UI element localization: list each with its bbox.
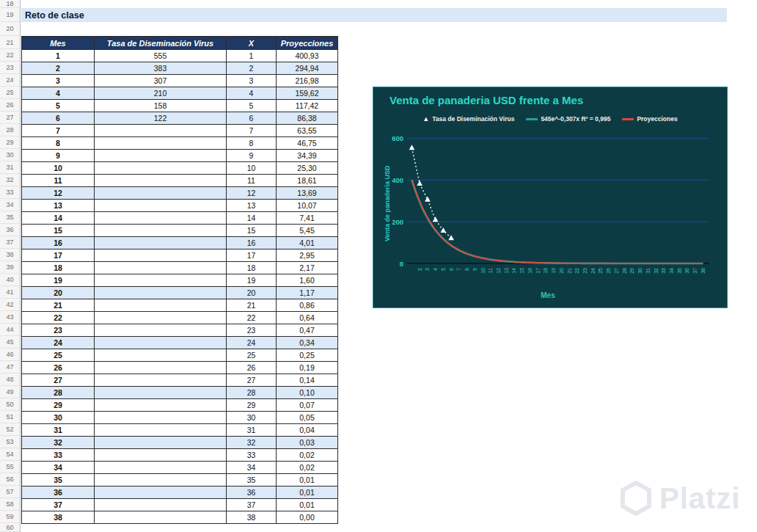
cell-proy[interactable]: 0,25 bbox=[277, 349, 338, 362]
cell-tasa[interactable] bbox=[95, 137, 227, 150]
cell-mes[interactable]: 15 bbox=[22, 225, 95, 237]
cell-x[interactable]: 5 bbox=[227, 100, 277, 112]
cell-mes[interactable]: 33 bbox=[22, 449, 95, 462]
cell-tasa[interactable] bbox=[95, 424, 227, 437]
chart-panel[interactable]: Venta de panaderia USD frente a Mes ▲ Ta… bbox=[373, 87, 728, 308]
cell-mes[interactable]: 11 bbox=[22, 175, 95, 187]
cell-proy[interactable]: 4,01 bbox=[277, 237, 338, 249]
cell-proy[interactable]: 0,04 bbox=[277, 424, 338, 437]
cell-mes[interactable]: 7 bbox=[22, 125, 95, 137]
cell-tasa[interactable] bbox=[95, 249, 227, 262]
cell-proy[interactable]: 159,62 bbox=[277, 87, 338, 100]
cell-x[interactable]: 14 bbox=[227, 212, 277, 225]
cell-tasa[interactable]: 122 bbox=[95, 112, 227, 125]
cell-proy[interactable]: 86,38 bbox=[277, 112, 338, 125]
row-number[interactable]: 30 bbox=[0, 149, 20, 161]
cell-proy[interactable]: 0,07 bbox=[277, 399, 338, 412]
cell-tasa[interactable] bbox=[95, 399, 227, 412]
cell-tasa[interactable]: 158 bbox=[95, 100, 227, 112]
row-number[interactable]: 58 bbox=[0, 498, 20, 511]
cell-mes[interactable]: 9 bbox=[22, 150, 95, 162]
row-number[interactable]: 48 bbox=[0, 374, 20, 386]
cell-tasa[interactable]: 555 bbox=[95, 50, 227, 62]
cell-mes[interactable]: 5 bbox=[22, 100, 95, 112]
cell-proy[interactable]: 0,01 bbox=[277, 499, 338, 511]
cell-x[interactable]: 38 bbox=[227, 511, 277, 524]
cell-mes[interactable]: 28 bbox=[22, 387, 95, 399]
cell-tasa[interactable] bbox=[95, 349, 227, 362]
cell-x[interactable]: 37 bbox=[227, 499, 277, 511]
cell-x[interactable]: 29 bbox=[227, 399, 277, 412]
cell-tasa[interactable] bbox=[95, 150, 227, 162]
cell-x[interactable]: 13 bbox=[227, 200, 277, 212]
cell-tasa[interactable]: 307 bbox=[95, 75, 227, 87]
cell-mes[interactable]: 10 bbox=[22, 162, 95, 175]
cell-mes[interactable]: 38 bbox=[22, 511, 95, 524]
cell-mes[interactable]: 1 bbox=[22, 50, 95, 62]
cell-proy[interactable]: 0,05 bbox=[277, 412, 338, 424]
cell-proy[interactable]: 7,41 bbox=[277, 212, 338, 225]
cell-tasa[interactable] bbox=[95, 437, 227, 449]
cell-proy[interactable]: 0,10 bbox=[277, 387, 338, 399]
cell-x[interactable]: 36 bbox=[227, 487, 277, 499]
cell-x[interactable]: 2 bbox=[227, 62, 277, 75]
cell-proy[interactable]: 0,01 bbox=[277, 487, 338, 499]
row-number[interactable]: 46 bbox=[0, 349, 20, 361]
cell-proy[interactable]: 0,02 bbox=[277, 462, 338, 474]
row-number[interactable]: 55 bbox=[0, 461, 20, 473]
cell-x[interactable]: 12 bbox=[227, 187, 277, 200]
cell-tasa[interactable] bbox=[95, 449, 227, 462]
cell-x[interactable]: 7 bbox=[227, 125, 277, 137]
cell-tasa[interactable] bbox=[95, 225, 227, 237]
cell-mes[interactable]: 18 bbox=[22, 262, 95, 274]
row-number[interactable]: 44 bbox=[0, 324, 20, 336]
cell-x[interactable]: 35 bbox=[227, 474, 277, 487]
cell-tasa[interactable] bbox=[95, 237, 227, 249]
cell-proy[interactable]: 0,03 bbox=[277, 437, 338, 449]
cell-tasa[interactable] bbox=[95, 212, 227, 225]
cell-proy[interactable]: 10,07 bbox=[277, 200, 338, 212]
cell-tasa[interactable] bbox=[95, 200, 227, 212]
row-number[interactable]: 22 bbox=[0, 49, 20, 62]
cell-x[interactable]: 33 bbox=[227, 449, 277, 462]
cell-x[interactable]: 34 bbox=[227, 462, 277, 474]
cell-proy[interactable]: 0,19 bbox=[277, 362, 338, 374]
cell-tasa[interactable] bbox=[95, 274, 227, 287]
cell-mes[interactable]: 16 bbox=[22, 237, 95, 249]
row-number[interactable]: 47 bbox=[0, 361, 20, 374]
cell-x[interactable]: 16 bbox=[227, 237, 277, 249]
cell-proy[interactable]: 0,86 bbox=[277, 299, 338, 312]
row-number[interactable]: 29 bbox=[0, 136, 20, 149]
cell-x[interactable]: 30 bbox=[227, 412, 277, 424]
cell-proy[interactable]: 13,69 bbox=[277, 187, 338, 200]
cell-x[interactable]: 9 bbox=[227, 150, 277, 162]
cell-tasa[interactable] bbox=[95, 511, 227, 524]
cell-mes[interactable]: 8 bbox=[22, 137, 95, 150]
row-number[interactable]: 57 bbox=[0, 486, 20, 498]
cell-mes[interactable]: 14 bbox=[22, 212, 95, 225]
cell-x[interactable]: 19 bbox=[227, 274, 277, 287]
cell-tasa[interactable] bbox=[95, 387, 227, 399]
cell-x[interactable]: 18 bbox=[227, 262, 277, 274]
cell-tasa[interactable] bbox=[95, 499, 227, 511]
cell-x[interactable]: 28 bbox=[227, 387, 277, 399]
cell-mes[interactable]: 25 bbox=[22, 349, 95, 362]
cell-proy[interactable]: 0,14 bbox=[277, 374, 338, 387]
row-number[interactable]: 45 bbox=[0, 336, 20, 349]
cell-x[interactable]: 22 bbox=[227, 312, 277, 324]
cell-tasa[interactable] bbox=[95, 474, 227, 487]
cell-mes[interactable]: 34 bbox=[22, 462, 95, 474]
legend-item-trendline[interactable]: 545e^-0,307x R² = 0,995 bbox=[526, 115, 610, 123]
cell-tasa[interactable]: 383 bbox=[95, 62, 227, 75]
cell-proy[interactable]: 216,98 bbox=[277, 75, 338, 87]
row-number[interactable]: 23 bbox=[0, 62, 20, 74]
row-number[interactable]: 37 bbox=[0, 236, 20, 249]
cell-mes[interactable]: 20 bbox=[22, 287, 95, 299]
cell-x[interactable]: 15 bbox=[227, 225, 277, 237]
header-mes[interactable]: Mes bbox=[22, 37, 95, 50]
cell-x[interactable]: 32 bbox=[227, 437, 277, 449]
cell-tasa[interactable] bbox=[95, 299, 227, 312]
cell-mes[interactable]: 27 bbox=[22, 374, 95, 387]
cell-proy[interactable]: 400,93 bbox=[277, 50, 338, 62]
cell-mes[interactable]: 4 bbox=[22, 87, 95, 100]
